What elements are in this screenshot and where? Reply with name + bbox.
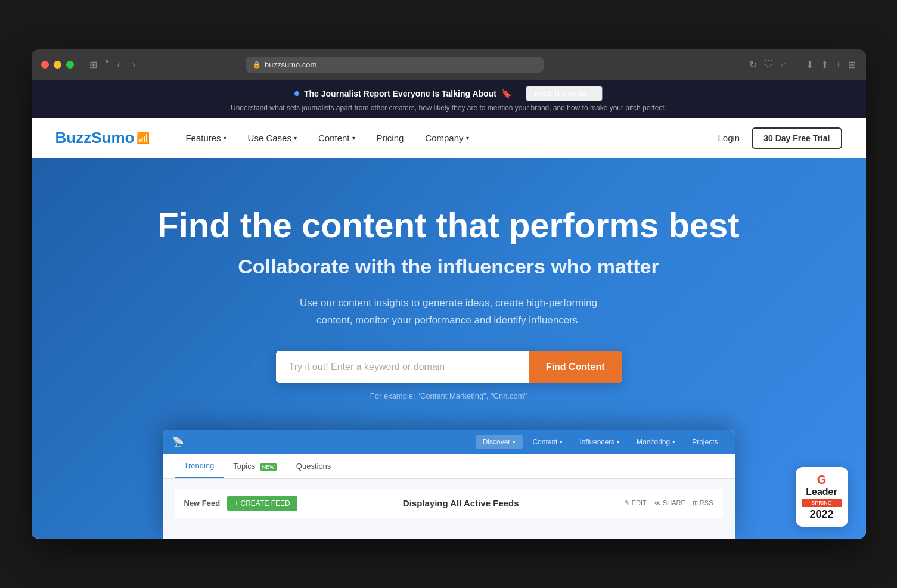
edit-button[interactable]: ✎ EDIT xyxy=(625,499,647,507)
chevron-down-icon: ▾ xyxy=(617,439,620,445)
feed-actions: ✎ EDIT ≪ SHARE ⊞ RSS xyxy=(625,499,713,507)
trial-button[interactable]: 30 Day Free Trial xyxy=(752,127,842,149)
login-button[interactable]: Login xyxy=(718,133,740,143)
app-screenshot: 📡 Discover ▾ Content ▾ Influenc xyxy=(163,430,735,539)
banner-dot xyxy=(294,91,299,96)
grid-icon[interactable]: ⊞ xyxy=(848,59,856,70)
app-tab-monitoring[interactable]: Monitoring ▾ xyxy=(629,435,682,449)
browser-window: ⊞ ▾ ‹ › 🔒 buzzsumo.com ↻ 🛡 ⌂ ⬇ ⬆ + ⊞ The… xyxy=(32,49,866,539)
wifi-icon: 📶 xyxy=(136,132,150,145)
nav-features[interactable]: Features ▾ xyxy=(185,133,226,143)
app-content-header: New Feed + CREATE FEED Displaying All Ac… xyxy=(175,489,723,518)
displaying-text: Displaying All Active Feeds xyxy=(403,498,519,508)
chevron-down-icon: ▾ xyxy=(560,439,563,445)
app-topbar: 📡 Discover ▾ Content ▾ Influenc xyxy=(163,430,735,454)
nav-use-cases[interactable]: Use Cases ▾ xyxy=(248,133,297,143)
forward-button[interactable]: › xyxy=(129,58,139,71)
browser-controls: ⊞ ▾ ‹ › xyxy=(86,58,139,71)
nav-pricing[interactable]: Pricing xyxy=(377,133,404,143)
logo[interactable]: BuzzSumo 📶 xyxy=(55,129,150,147)
back-button[interactable]: ‹ xyxy=(114,58,124,71)
hero-subheading: Collaborate with the influencers who mat… xyxy=(55,255,842,278)
app-tab-discover[interactable]: Discover ▾ xyxy=(476,435,523,449)
app-tab-projects[interactable]: Projects xyxy=(685,435,725,449)
home-icon[interactable]: ⌂ xyxy=(781,59,787,70)
hero-heading: Find the content that performs best xyxy=(55,206,842,244)
app-content-area: New Feed + CREATE FEED Displaying All Ac… xyxy=(163,479,735,539)
navbar: BuzzSumo 📶 Features ▾ Use Cases ▾ Conten… xyxy=(32,118,866,158)
g2-spring-label: SPRING xyxy=(802,499,842,507)
logo-text: BuzzSumo xyxy=(55,129,135,147)
app-subtab-trending[interactable]: Trending xyxy=(175,454,224,478)
app-subtab-questions[interactable]: Questions xyxy=(287,455,341,478)
nav-actions: Login 30 Day Free Trial xyxy=(718,127,842,149)
address-bar[interactable]: 🔒 buzzsumo.com xyxy=(246,57,544,73)
rss-button[interactable]: ⊞ RSS xyxy=(693,499,713,507)
app-tab-influencers[interactable]: Influencers ▾ xyxy=(572,435,627,449)
share-button[interactable]: ≪ SHARE xyxy=(654,499,685,507)
browser-toolbar: ↻ 🛡 ⌂ ⬇ ⬆ + ⊞ xyxy=(749,59,856,70)
download-icon[interactable]: ⬇ xyxy=(806,59,814,70)
url-text: buzzsumo.com xyxy=(265,60,316,69)
nav-company[interactable]: Company ▾ xyxy=(425,133,468,143)
chevron-down-icon: ▾ xyxy=(513,439,516,445)
search-hint: For example: "Content Marketing", "Cnn.c… xyxy=(55,391,842,400)
app-preview: 📡 Discover ▾ Content ▾ Influenc xyxy=(55,430,842,539)
nav-content[interactable]: Content ▾ xyxy=(318,133,355,143)
banner-main: The Journalist Report Everyone Is Talkin… xyxy=(294,86,603,101)
app-nav-tabs: Discover ▾ Content ▾ Influencers ▾ xyxy=(476,435,725,449)
shield-icon: 🛡 xyxy=(764,59,774,70)
banner-emoji: 🔖 xyxy=(501,89,511,98)
banner-subtitle: Understand what sets journalists apart f… xyxy=(44,104,854,112)
lock-icon: 🔒 xyxy=(253,61,261,69)
chevron-down-icon: ▾ xyxy=(224,135,226,141)
search-bar: Find Content xyxy=(276,351,622,383)
app-subtabs: Trending Topics NEW Questions xyxy=(163,454,735,479)
sidebar-toggle-button[interactable]: ⊞ xyxy=(86,58,101,71)
traffic-lights xyxy=(41,61,74,69)
chevron-down-icon: ▾ xyxy=(672,439,675,445)
find-content-button[interactable]: Find Content xyxy=(529,351,622,383)
banner-row: The Journalist Report Everyone Is Talkin… xyxy=(44,86,854,104)
add-tab-icon[interactable]: + xyxy=(836,59,841,70)
g2-badge: G Leader SPRING 2022 xyxy=(796,467,848,527)
chevron-down-icon: ▾ xyxy=(352,135,355,141)
close-button[interactable] xyxy=(41,61,49,69)
website: The Journalist Report Everyone Is Talkin… xyxy=(32,80,866,539)
browser-chrome: ⊞ ▾ ‹ › 🔒 buzzsumo.com ↻ 🛡 ⌂ ⬇ ⬆ + ⊞ xyxy=(32,49,866,80)
app-logo-icon: 📡 xyxy=(172,436,184,447)
new-badge: NEW xyxy=(260,463,277,471)
share-icon[interactable]: ⬆ xyxy=(821,59,828,70)
hero-section: Find the content that performs best Coll… xyxy=(32,158,866,539)
chevron-down-icon: ▾ xyxy=(466,135,469,141)
search-input[interactable] xyxy=(276,351,529,383)
chevron-down-icon: ▾ xyxy=(294,135,297,141)
app-subtab-topics[interactable]: Topics NEW xyxy=(224,455,286,478)
top-banner: The Journalist Report Everyone Is Talkin… xyxy=(32,80,866,118)
g2-logo: G xyxy=(802,473,842,487)
nav-links: Features ▾ Use Cases ▾ Content ▾ Pricing… xyxy=(185,133,718,143)
minimize-button[interactable] xyxy=(54,61,61,69)
g2-year: 2022 xyxy=(802,508,842,521)
g2-leader-label: Leader xyxy=(802,487,842,497)
read-report-button[interactable]: Read The Report › xyxy=(526,86,603,101)
maximize-button[interactable] xyxy=(66,61,74,69)
create-feed-button[interactable]: + CREATE FEED xyxy=(227,496,297,511)
reload-icon[interactable]: ↻ xyxy=(749,59,757,70)
app-tab-content[interactable]: Content ▾ xyxy=(525,435,570,449)
banner-title: The Journalist Report Everyone Is Talkin… xyxy=(304,89,496,98)
new-feed-label: New Feed xyxy=(184,499,221,508)
hero-description: Use our content insights to generate ide… xyxy=(294,295,604,329)
